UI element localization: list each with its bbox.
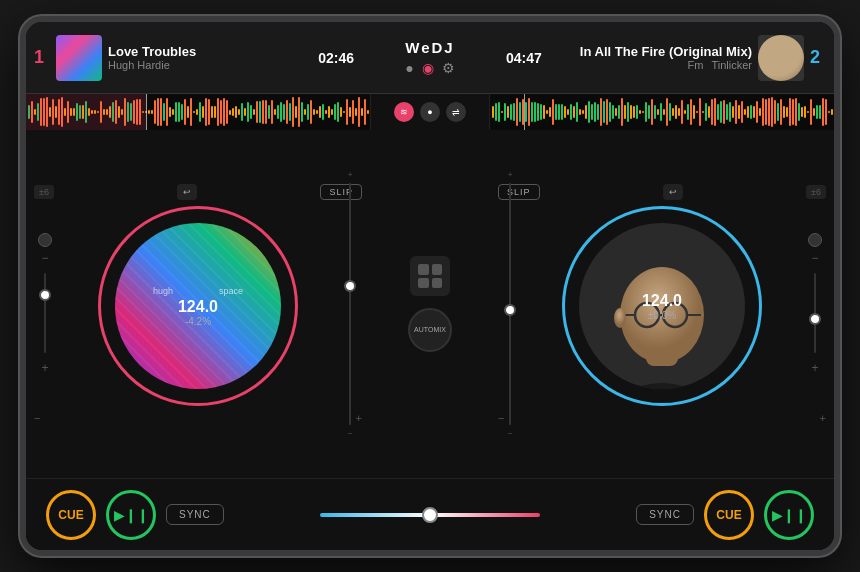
deck1-artist: Hugh Hardie <box>108 59 304 71</box>
deck1-disk: hugh space 124.0 -4.2% <box>115 223 281 389</box>
deck2-pitch-range: ±6 <box>806 185 826 199</box>
eq-center-icon[interactable]: ◉ <box>422 60 434 76</box>
deck1-eq-minus: − <box>41 251 48 265</box>
svg-point-8 <box>614 308 626 328</box>
deck2-header: 2 In All The Fire (Original Mix) Fm Tinl… <box>490 22 834 93</box>
deck1-volume-slider[interactable] <box>44 273 46 353</box>
deck2-play-icon: ▶❙❙ <box>772 507 807 523</box>
waveform-eq-icon[interactable]: ≋ <box>394 102 414 122</box>
waveform-fx-icon[interactable]: ● <box>420 102 440 122</box>
deck2-pitch: ±0.0% <box>642 310 682 321</box>
crossfader[interactable] <box>320 513 540 517</box>
deck2-title: In All The Fire (Original Mix) <box>556 44 752 59</box>
deck2-artist: Tinlicker <box>711 59 752 71</box>
wedj-logo: WeDJ <box>405 39 454 56</box>
deck1-loop-btn[interactable]: ↩ <box>177 184 197 200</box>
deck1-number: 1 <box>34 47 50 68</box>
waveform-center: ≋ ● ⇌ <box>370 94 490 130</box>
deck2-time: 04:47 <box>506 50 542 66</box>
deck1-track-info: Love Troubles Hugh Hardie <box>108 44 304 71</box>
deck1-transport: CUE ▶❙❙ SYNC <box>46 490 224 540</box>
deck1-sync-button[interactable]: SYNC <box>166 504 224 525</box>
automix-button[interactable]: AUTOMIX <box>408 308 452 352</box>
deck1-turntable[interactable]: hugh space 124.0 -4.2% <box>98 206 298 406</box>
svg-point-0 <box>607 383 717 389</box>
deck2-play-button[interactable]: ▶❙❙ <box>764 490 814 540</box>
deck1-label-left: hugh <box>153 286 173 296</box>
deck1-minus[interactable]: − <box>34 412 40 424</box>
deck2-bpm: 124.0 <box>642 292 682 309</box>
center-header: WeDJ ● ◉ ⚙ <box>370 22 490 93</box>
deck2-plus[interactable]: + <box>820 412 826 424</box>
deck2-eq: − + <box>808 233 822 375</box>
crossfader-thumb[interactable] <box>422 507 438 523</box>
record-icon[interactable]: ● <box>405 60 413 76</box>
deck2-volume-slider[interactable] <box>814 273 816 353</box>
grid-dot-2 <box>432 264 443 275</box>
waveform-mix-icon[interactable]: ⇌ <box>446 102 466 122</box>
center-section: AUTOMIX <box>370 130 490 478</box>
deck2-eq-plus: + <box>811 361 818 375</box>
screen: 1 Love Troubles Hugh Hardie 02:46 WeDJ ●… <box>26 22 834 550</box>
deck1-eq-knob1[interactable] <box>38 233 52 247</box>
deck2-eq-minus: − <box>811 251 818 265</box>
deck2-transport: SYNC CUE ▶❙❙ <box>636 490 814 540</box>
deck1-label-right: space <box>219 286 243 296</box>
deck2-cue-button[interactable]: CUE <box>704 490 754 540</box>
deck2-number: 2 <box>810 47 826 68</box>
deck1-bpm: 124.0 <box>178 298 218 315</box>
deck1-pitch-slider[interactable]: + − <box>340 170 360 438</box>
grid-dot-1 <box>418 264 429 275</box>
deck1-title: Love Troubles <box>108 44 304 59</box>
deck1-eq-plus: + <box>41 361 48 375</box>
grid-dot-3 <box>418 278 429 289</box>
deck1-time: 02:46 <box>318 50 354 66</box>
grid-dot-4 <box>432 278 443 289</box>
settings-icon[interactable]: ⚙ <box>442 60 455 76</box>
deck1-header: 1 Love Troubles Hugh Hardie 02:46 <box>26 22 370 93</box>
deck1-eq: − + <box>38 233 52 375</box>
deck2-key: Fm <box>688 59 704 71</box>
transport-bar: CUE ▶❙❙ SYNC SYNC CUE ▶❙❙ <box>26 478 834 550</box>
deck1-pitch: -4.2% <box>153 316 243 327</box>
deck2-bpm-display: 124.0 ±0.0% <box>642 292 682 321</box>
deck1-area: ±6 ↩ SLIP − + <box>26 130 370 478</box>
deck2-track-info: In All The Fire (Original Mix) Fm Tinlic… <box>556 44 752 71</box>
waveforms: ≋ ● ⇌ <box>26 94 834 130</box>
header: 1 Love Troubles Hugh Hardie 02:46 WeDJ ●… <box>26 22 834 94</box>
deck1-cue-button[interactable]: CUE <box>46 490 96 540</box>
center-controls: ● ◉ ⚙ <box>405 60 454 76</box>
deck1-pitch-range: ±6 <box>34 185 54 199</box>
waveform-right[interactable] <box>490 94 834 130</box>
deck1-play-button[interactable]: ▶❙❙ <box>106 490 156 540</box>
grid-button[interactable] <box>410 256 450 296</box>
waveform-left[interactable] <box>26 94 370 130</box>
deck1-play-icon: ▶❙❙ <box>114 507 149 523</box>
deck2-sync-button[interactable]: SYNC <box>636 504 694 525</box>
deck2-eq-knob[interactable] <box>808 233 822 247</box>
deck2-album-art <box>758 35 804 81</box>
deck1-album-art <box>56 35 102 81</box>
deck1-bpm-display: hugh space 124.0 -4.2% <box>153 286 243 327</box>
crossfader-area <box>224 513 636 517</box>
deck2-loop-btn[interactable]: ↩ <box>663 184 683 200</box>
deck2-pitch-slider[interactable]: + − <box>500 170 520 438</box>
deck2-area: SLIP ↩ ±6 + − <box>490 130 834 478</box>
main-area: ±6 ↩ SLIP − + <box>26 130 834 478</box>
deck2-disk: 124.0 ±0.0% <box>579 223 745 389</box>
tablet-frame: 1 Love Troubles Hugh Hardie 02:46 WeDJ ●… <box>20 16 840 556</box>
deck2-turntable[interactable]: 124.0 ±0.0% <box>562 206 762 406</box>
